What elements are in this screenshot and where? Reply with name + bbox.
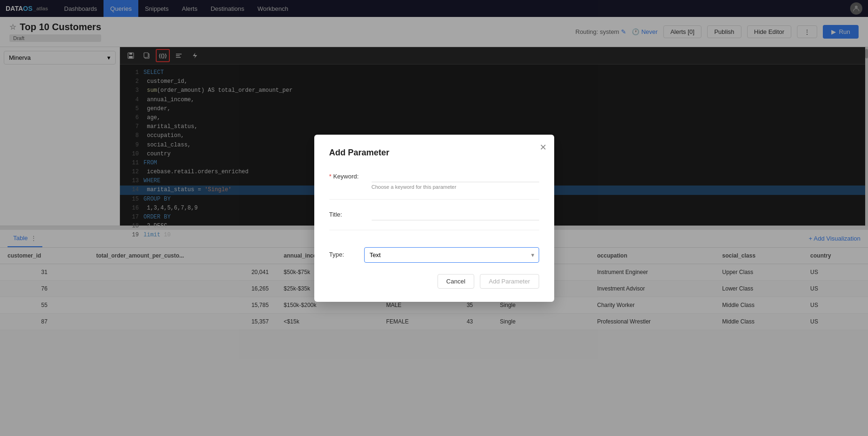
- modal-overlay[interactable]: Add Parameter ✕ * Keyword: Choose a keyw…: [0, 0, 868, 330]
- modal-divider-1: [329, 199, 539, 200]
- keyword-hint: Choose a keyword for this parameter: [372, 184, 539, 190]
- keyword-field: * Keyword: Choose a keyword for this par…: [329, 169, 539, 190]
- title-field: Title:: [329, 207, 539, 220]
- title-input-area: [372, 207, 539, 220]
- keyword-input[interactable]: [372, 169, 539, 182]
- keyword-label: * Keyword:: [329, 169, 372, 180]
- modal-close-button[interactable]: ✕: [540, 142, 547, 153]
- keyword-input-area: Choose a keyword for this parameter: [372, 169, 539, 190]
- type-select[interactable]: Text Number Date Date and Time Date Rang…: [364, 247, 539, 263]
- modal-actions: Cancel Add Parameter: [329, 274, 539, 289]
- add-parameter-modal: Add Parameter ✕ * Keyword: Choose a keyw…: [314, 135, 554, 302]
- type-field: Type: Text Number Date Date and Time Dat…: [329, 247, 539, 263]
- title-label: Title:: [329, 207, 372, 218]
- modal-divider-2: [329, 230, 539, 230]
- add-parameter-submit-button[interactable]: Add Parameter: [480, 274, 539, 289]
- required-star: *: [329, 173, 332, 180]
- keyword-label-text: Keyword:: [333, 173, 358, 180]
- cancel-button[interactable]: Cancel: [438, 274, 474, 289]
- type-select-wrapper: Text Number Date Date and Time Date Rang…: [364, 247, 539, 263]
- title-input[interactable]: [372, 207, 539, 220]
- modal-title: Add Parameter: [329, 148, 539, 158]
- type-label: Type:: [329, 247, 365, 258]
